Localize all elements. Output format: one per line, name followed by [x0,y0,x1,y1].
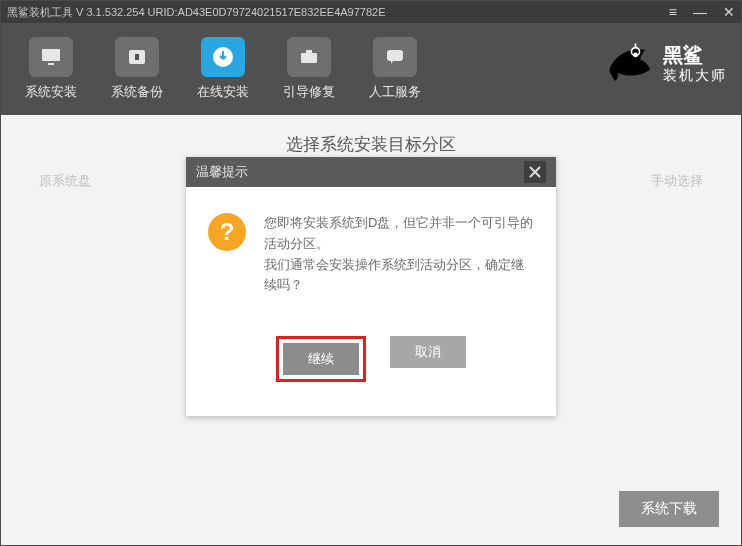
dialog-body: ? 您即将安装系统到D盘，但它并非一个可引导的活动分区。 我们通常会安装操作系统… [186,187,556,306]
continue-highlight: 继续 [276,336,366,382]
system-download-button[interactable]: 系统下载 [619,491,719,527]
continue-button[interactable]: 继续 [283,343,359,375]
toolbar-label: 系统安装 [25,83,77,101]
toolbar-label: 系统备份 [111,83,163,101]
dialog-close-icon[interactable] [524,161,546,183]
dialog-title: 温馨提示 [196,163,524,181]
brand-line1: 黑鲨 [663,43,727,67]
titlebar: 黑鲨装机工具 V 3.1.532.254 URID:AD43E0D7972402… [1,1,741,23]
menu-icon[interactable]: ≡ [669,5,677,19]
toolbar-item-bootfix[interactable]: 引导修复 [277,37,341,101]
modal-overlay: 温馨提示 ? 您即将安装系统到D盘，但它并非一个可引导的活动分区。 我们通常会安… [1,115,741,479]
svg-rect-1 [48,63,54,65]
download-icon [201,37,245,77]
app-window: 黑鲨装机工具 V 3.1.532.254 URID:AD43E0D7972402… [0,0,742,546]
shark-logo-icon [603,37,655,89]
dialog-actions: 继续 取消 [186,306,556,416]
toolbar-label: 在线安装 [197,83,249,101]
toolbox-icon [287,37,331,77]
dialog-message-line2: 我们通常会安装操作系统到活动分区，确定继续吗？ [264,255,534,297]
confirm-dialog: 温馨提示 ? 您即将安装系统到D盘，但它并非一个可引导的活动分区。 我们通常会安… [186,157,556,416]
content-area: 选择系统安装目标分区 原系统盘 手动选择 温馨提示 ? 您即将安装系统到D盘，但… [1,115,741,479]
toolbar-label: 引导修复 [283,83,335,101]
dialog-titlebar: 温馨提示 [186,157,556,187]
window-controls: ≡ — ✕ [669,5,735,19]
close-icon[interactable]: ✕ [723,5,735,19]
window-title: 黑鲨装机工具 V 3.1.532.254 URID:AD43E0D7972402… [7,5,669,20]
brand: 黑鲨 装机大师 [603,37,727,89]
chat-icon [373,37,417,77]
toolbar-item-online[interactable]: 在线安装 [191,37,255,101]
svg-rect-0 [42,49,60,61]
question-icon: ? [208,213,246,251]
dialog-message-line1: 您即将安装系统到D盘，但它并非一个可引导的活动分区。 [264,213,534,255]
svg-rect-3 [135,54,139,60]
monitor-icon [29,37,73,77]
brand-line2: 装机大师 [663,67,727,84]
dialog-message: 您即将安装系统到D盘，但它并非一个可引导的活动分区。 我们通常会安装操作系统到活… [264,213,534,296]
toolbar-item-backup[interactable]: 系统备份 [105,37,169,101]
footer: 系统下载 [1,479,741,545]
toolbar: 系统安装 系统备份 在线安装 引导修复 人工服务 [1,23,741,115]
toolbar-label: 人工服务 [369,83,421,101]
toolbar-item-support[interactable]: 人工服务 [363,37,427,101]
minimize-icon[interactable]: — [693,5,707,19]
svg-rect-7 [387,50,403,61]
cancel-button[interactable]: 取消 [390,336,466,368]
backup-icon [115,37,159,77]
svg-rect-6 [306,50,312,53]
svg-rect-5 [301,53,317,63]
toolbar-item-install[interactable]: 系统安装 [19,37,83,101]
